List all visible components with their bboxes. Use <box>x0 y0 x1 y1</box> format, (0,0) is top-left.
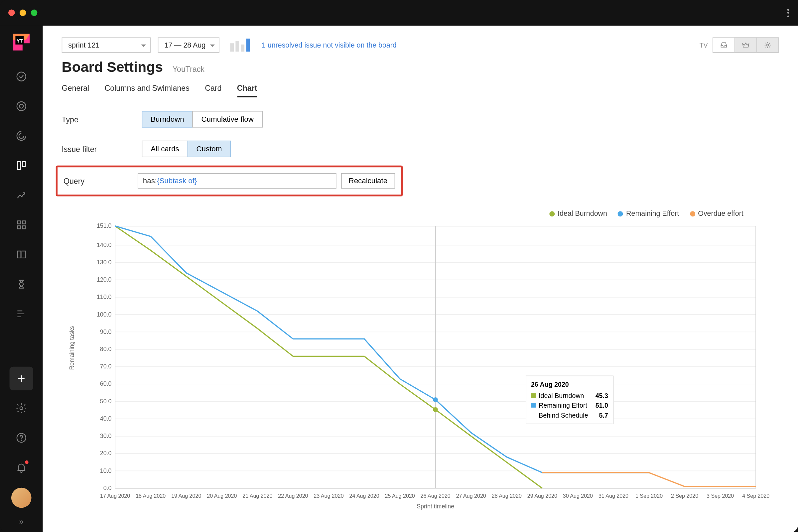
tv-mode-label[interactable]: TV <box>700 41 708 49</box>
collapse-sidebar-icon[interactable]: » <box>19 517 24 526</box>
svg-text:90.0: 90.0 <box>100 328 112 335</box>
tooltip-value-2: 5.7 <box>599 410 608 420</box>
svg-text:29 Aug 2020: 29 Aug 2020 <box>527 493 557 499</box>
chart-legend: Ideal Burndown Remaining Effort Overdue … <box>549 209 743 218</box>
knowledge-base-icon[interactable] <box>10 243 33 266</box>
chart-tooltip: 26 Aug 2020 Ideal Burndown45.3 Remaining… <box>526 375 613 424</box>
svg-point-16 <box>767 44 769 46</box>
svg-rect-7 <box>17 162 20 170</box>
svg-text:31 Aug 2020: 31 Aug 2020 <box>598 493 628 499</box>
inbox-icon[interactable] <box>712 37 735 53</box>
issue-filter-label: Issue filter <box>62 144 142 153</box>
svg-point-71 <box>433 397 438 402</box>
svg-rect-11 <box>17 226 20 229</box>
crown-icon[interactable] <box>735 37 757 53</box>
hourglass-icon[interactable] <box>10 272 33 296</box>
svg-text:100.0: 100.0 <box>97 311 112 318</box>
main-panel: sprint 121 17 — 28 Aug 1 unresolved issu… <box>42 25 798 532</box>
youtrack-logo-icon[interactable]: YT <box>10 30 33 54</box>
sprint-select[interactable]: sprint 121 <box>62 37 151 53</box>
settings-tabs: General Columns and Swimlanes Card Chart <box>62 84 779 98</box>
burndown-chart: Ideal Burndown Remaining Effort Overdue … <box>62 214 779 511</box>
type-segmented: Burndown Cumulative flow <box>141 111 262 128</box>
query-row-highlight: Query has: {Subtask of} Recalculate <box>56 166 403 196</box>
tooltip-label-1: Remaining Effort <box>539 400 587 410</box>
type-label: Type <box>62 115 142 124</box>
legend-dot-remaining <box>618 211 623 216</box>
recalculate-button[interactable]: Recalculate <box>341 173 395 189</box>
tab-card[interactable]: Card <box>205 84 222 97</box>
minimize-window-icon[interactable] <box>20 10 26 16</box>
tooltip-date: 26 Aug 2020 <box>531 380 608 390</box>
close-window-icon[interactable] <box>8 10 15 16</box>
swirl-icon[interactable] <box>10 124 33 148</box>
tab-columns-swimlanes[interactable]: Columns and Swimlanes <box>104 84 189 97</box>
svg-text:50.0: 50.0 <box>100 398 112 405</box>
svg-text:3 Sep 2020: 3 Sep 2020 <box>706 493 734 499</box>
svg-text:23 Aug 2020: 23 Aug 2020 <box>314 493 343 499</box>
svg-text:28 Aug 2020: 28 Aug 2020 <box>492 493 522 499</box>
tooltip-label-2: Behind Schedule <box>539 410 588 420</box>
tooltip-value-1: 51.0 <box>595 400 608 410</box>
svg-text:110.0: 110.0 <box>97 293 112 300</box>
reports-icon[interactable] <box>10 183 33 207</box>
svg-text:2 Sep 2020: 2 Sep 2020 <box>671 493 698 499</box>
tooltip-color-behind <box>531 413 536 417</box>
date-range-select[interactable]: 17 — 28 Aug <box>158 37 220 53</box>
svg-text:26 Aug 2020: 26 Aug 2020 <box>421 493 451 499</box>
dashboard-icon[interactable] <box>10 213 33 237</box>
traffic-lights <box>8 10 37 16</box>
type-option-cumulative[interactable]: Cumulative flow <box>192 111 263 128</box>
svg-text:1 Sep 2020: 1 Sep 2020 <box>635 493 663 499</box>
filter-option-custom[interactable]: Custom <box>188 141 231 157</box>
svg-text:140.0: 140.0 <box>97 242 112 248</box>
svg-rect-9 <box>17 221 20 224</box>
page-title: Board Settings <box>62 59 163 75</box>
maximize-window-icon[interactable] <box>31 10 38 16</box>
svg-text:30.0: 30.0 <box>100 433 112 439</box>
filter-segmented: All cards Custom <box>141 141 231 157</box>
query-input[interactable]: has: {Subtask of} <box>138 173 336 189</box>
tooltip-color-ideal <box>531 393 536 398</box>
mini-progress-bars <box>230 39 250 52</box>
tooltip-color-remaining <box>531 403 536 407</box>
tab-general[interactable]: General <box>62 84 90 97</box>
svg-text:10.0: 10.0 <box>100 468 112 474</box>
query-text-prefix: has: <box>143 177 157 185</box>
svg-text:130.0: 130.0 <box>97 259 112 266</box>
legend-label-overdue: Overdue effort <box>698 209 743 218</box>
settings-gear-icon[interactable] <box>757 37 779 53</box>
board-warning-link[interactable]: 1 unresolved issue not visible on the bo… <box>262 41 397 49</box>
svg-text:0.0: 0.0 <box>103 485 112 491</box>
svg-text:120.0: 120.0 <box>97 276 112 283</box>
svg-point-13 <box>20 407 23 410</box>
svg-point-5 <box>17 102 26 111</box>
y-axis-label: Remaining tasks <box>69 326 75 370</box>
svg-text:18 Aug 2020: 18 Aug 2020 <box>136 493 166 499</box>
svg-point-4 <box>17 72 26 81</box>
add-button[interactable]: + <box>10 367 33 391</box>
svg-rect-12 <box>22 226 25 229</box>
svg-text:21 Aug 2020: 21 Aug 2020 <box>242 493 272 499</box>
checkmark-circle-icon[interactable] <box>10 64 33 88</box>
svg-text:20.0: 20.0 <box>100 450 112 457</box>
svg-text:Sprint timeline: Sprint timeline <box>417 503 454 510</box>
legend-label-ideal: Ideal Burndown <box>557 209 607 218</box>
life-ring-icon[interactable] <box>10 94 33 118</box>
help-icon[interactable] <box>10 426 33 450</box>
gear-icon[interactable] <box>10 396 33 420</box>
type-option-burndown[interactable]: Burndown <box>141 111 193 128</box>
tab-chart[interactable]: Chart <box>237 84 258 97</box>
tooltip-value-0: 45.3 <box>595 391 608 400</box>
legend-dot-ideal <box>549 211 555 216</box>
svg-text:151.0: 151.0 <box>97 223 112 229</box>
more-menu-icon[interactable] <box>787 8 790 18</box>
filter-option-all[interactable]: All cards <box>141 141 188 157</box>
gantt-icon[interactable] <box>10 302 33 325</box>
user-avatar[interactable] <box>11 488 32 508</box>
svg-text:20 Aug 2020: 20 Aug 2020 <box>207 493 237 499</box>
svg-rect-8 <box>22 162 25 167</box>
board-icon[interactable] <box>10 154 33 177</box>
svg-point-6 <box>19 104 23 108</box>
bell-icon[interactable] <box>10 456 33 479</box>
